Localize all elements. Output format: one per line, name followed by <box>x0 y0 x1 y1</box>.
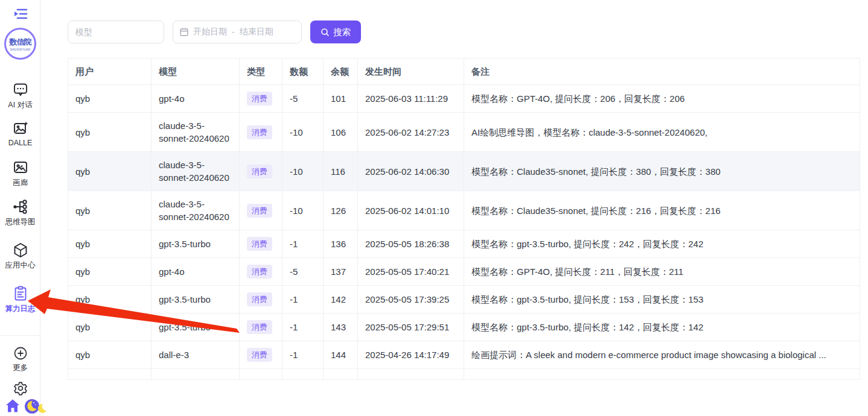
table-row: qybdall-e-3消费-11442025-04-26 14:17:49绘画提… <box>68 341 860 369</box>
cell-user: qyb <box>68 191 152 230</box>
menu-collapse-icon[interactable] <box>0 7 40 20</box>
cell-empty <box>282 369 324 380</box>
home-icon[interactable] <box>5 398 21 414</box>
column-header-1: 模型 <box>152 58 240 85</box>
compute-log-table: 用户模型类型数额余额发生时间备注 qybgpt-4o消费-51012025-06… <box>68 58 860 380</box>
cell-time: 2025-06-02 14:27:23 <box>358 113 464 152</box>
cell-user: qyb <box>68 152 152 191</box>
sidebar-divider <box>0 335 40 336</box>
hexagon-box-icon <box>12 242 29 259</box>
table-row: qybgpt-3.5-turbo消费-11422025-05-05 17:39:… <box>68 286 860 314</box>
table-row: qybgpt-4o消费-51372025-05-05 17:40:21模型名称：… <box>68 258 860 286</box>
cell-balance: 136 <box>324 230 358 258</box>
type-badge: 消费 <box>247 292 272 306</box>
sidebar-item-compute-log[interactable]: 算力日志 <box>0 285 40 314</box>
column-header-6: 备注 <box>464 58 860 85</box>
cell-type: 消费 <box>240 152 282 191</box>
cell-type: 消费 <box>240 314 282 341</box>
mindmap-icon <box>12 198 29 215</box>
type-badge: 消费 <box>247 165 272 178</box>
cell-remark: 模型名称：GPT-4O, 提问长度：206，回复长度：206 <box>464 85 860 113</box>
circle-plus-icon <box>13 345 28 361</box>
sidebar-item-label: 画廊 <box>13 178 28 188</box>
type-badge: 消费 <box>247 237 272 251</box>
cell-user: qyb <box>68 286 152 314</box>
column-header-5: 发生时间 <box>358 58 464 85</box>
cell-remark: 模型名称：Claude35-snonet, 提问长度：216，回复长度：216 <box>464 191 860 230</box>
sidebar-item-more[interactable]: 更多 <box>0 345 40 373</box>
sidebar-item-app-center[interactable]: 应用中心 <box>0 242 40 271</box>
cell-remark: 模型名称：gpt-3.5-turbo, 提问长度：242，回复长度：242 <box>464 230 860 258</box>
cell-empty <box>324 369 358 380</box>
cell-remark: AI绘制思维导图，模型名称：claude-3-5-sonnet-20240620… <box>464 113 860 152</box>
cell-type: 消费 <box>240 113 282 152</box>
compute-log-page: 数信院 SHUXINYUAN AI 对话 <box>0 0 868 416</box>
cell-model: gpt-3.5-turbo <box>152 286 240 314</box>
picture-icon <box>12 159 29 176</box>
image-sparkle-icon <box>12 120 29 137</box>
type-badge: 消费 <box>247 348 272 362</box>
type-badge: 消费 <box>247 320 272 334</box>
calendar-icon <box>179 27 189 37</box>
cell-balance: 137 <box>324 258 358 286</box>
sidebar-item-dalle[interactable]: DALLE <box>0 120 40 147</box>
type-badge: 消费 <box>247 125 272 139</box>
cell-time: 2025-04-26 14:17:49 <box>358 341 464 369</box>
date-start-placeholder: 开始日期 <box>193 27 227 37</box>
cell-model: gpt-4o <box>152 258 240 286</box>
chat-bubble-icon <box>12 81 29 98</box>
table-row: qybgpt-3.5-turbo消费-11432025-05-05 17:29:… <box>68 314 860 341</box>
table-row: qybgpt-3.5-turbo消费-11362025-05-05 18:26:… <box>68 230 860 258</box>
sidebar-item-ai-chat[interactable]: AI 对话 <box>0 81 40 110</box>
model-filter-input[interactable] <box>68 20 164 43</box>
cell-time: 2025-06-03 11:11:29 <box>358 85 464 113</box>
cell-empty <box>464 369 860 380</box>
cell-empty <box>240 369 282 380</box>
column-header-4: 余额 <box>324 58 358 85</box>
cell-remark: 模型名称：Claude35-snonet, 提问长度：380，回复长度：380 <box>464 152 860 191</box>
logo-subtext: SHUXINYUAN <box>10 48 31 51</box>
cell-amount: -1 <box>282 341 324 369</box>
cell-balance: 106 <box>324 113 358 152</box>
cell-amount: -10 <box>282 113 324 152</box>
type-badge: 消费 <box>247 92 272 106</box>
cell-remark: 模型名称：gpt-3.5-turbo, 提问长度：142，回复长度：142 <box>464 314 860 341</box>
cell-amount: -1 <box>282 286 324 314</box>
column-header-2: 类型 <box>240 58 282 85</box>
cell-empty <box>358 369 464 380</box>
cell-type: 消费 <box>240 341 282 369</box>
sidebar-item-gallery[interactable]: 画廊 <box>0 159 40 188</box>
cell-user: qyb <box>68 314 152 341</box>
dark-mode-moon-icon[interactable] <box>24 399 47 415</box>
cell-time: 2025-05-05 17:40:21 <box>358 258 464 286</box>
table-row-partial <box>68 369 860 380</box>
cell-model: gpt-4o <box>152 85 240 113</box>
cell-model: claude-3-5-sonnet-20240620 <box>152 152 240 191</box>
date-separator: - <box>232 27 235 37</box>
cell-remark: 绘画提示词：A sleek and modern e-commerce prod… <box>464 341 860 369</box>
cell-user: qyb <box>68 230 152 258</box>
sidebar-item-mindmap[interactable]: 思维导图 <box>0 198 40 227</box>
cell-amount: -10 <box>282 152 324 191</box>
cell-model: claude-3-5-sonnet-20240620 <box>152 191 240 230</box>
cell-user: qyb <box>68 258 152 286</box>
column-header-0: 用户 <box>68 58 152 85</box>
cell-amount: -5 <box>282 258 324 286</box>
logo[interactable]: 数信院 SHUXINYUAN <box>4 28 36 60</box>
sidebar-item-label: AI 对话 <box>8 100 32 110</box>
cell-amount: -5 <box>282 85 324 113</box>
date-range-picker[interactable]: 开始日期 - 结束日期 <box>173 20 302 43</box>
cell-balance: 144 <box>324 341 358 369</box>
search-button[interactable]: 搜索 <box>310 20 361 43</box>
settings-gear-icon[interactable] <box>13 380 28 396</box>
sidebar-item-label: 应用中心 <box>5 260 36 271</box>
sidebar-item-label: 思维导图 <box>5 217 36 227</box>
cell-balance: 116 <box>324 152 358 191</box>
type-badge: 消费 <box>247 204 272 218</box>
cell-type: 消费 <box>240 230 282 258</box>
cell-amount: -1 <box>282 230 324 258</box>
cell-type: 消费 <box>240 258 282 286</box>
cell-user: qyb <box>68 341 152 369</box>
cell-amount: -1 <box>282 314 324 341</box>
cell-user: qyb <box>68 85 152 113</box>
